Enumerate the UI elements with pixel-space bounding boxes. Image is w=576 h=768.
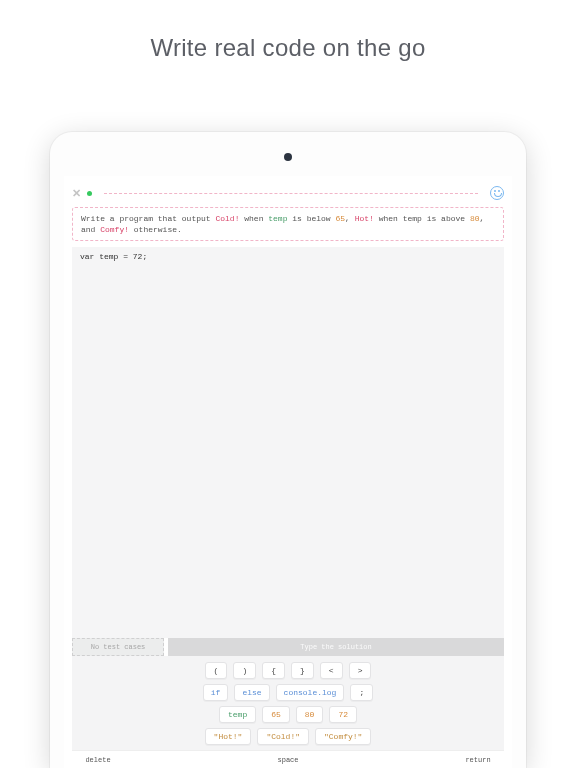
type-solution-button[interactable]: Type the solution [168, 638, 504, 656]
key-if[interactable]: if [203, 684, 229, 701]
key-65[interactable]: 65 [262, 706, 290, 723]
key-gt[interactable]: > [349, 662, 372, 679]
key-row-1: ( ) { } < > [72, 662, 504, 679]
prompt-text: when [239, 214, 268, 223]
key-row-3: temp 65 80 72 [72, 706, 504, 723]
smiley-icon [490, 186, 504, 200]
key-consolelog[interactable]: console.log [276, 684, 345, 701]
key-cold-string[interactable]: "Cold!" [257, 728, 309, 745]
key-80[interactable]: 80 [296, 706, 324, 723]
key-temp[interactable]: temp [219, 706, 256, 723]
key-semicolon[interactable]: ; [350, 684, 373, 701]
camera-dot [284, 153, 292, 161]
key-comfy-string[interactable]: "Comfy!" [315, 728, 371, 745]
key-lt[interactable]: < [320, 662, 343, 679]
prompt-comfy: Comfy! [100, 225, 129, 234]
device-bezel [50, 132, 526, 176]
prompt-65: 65 [335, 214, 345, 223]
prompt-cold: Cold! [215, 214, 239, 223]
key-hot-string[interactable]: "Hot!" [205, 728, 252, 745]
problem-prompt: Write a program that output Cold! when t… [72, 207, 504, 241]
prompt-text: when temp is above [374, 214, 470, 223]
prompt-text: Write a program that output [81, 214, 215, 223]
key-rparen[interactable]: ) [233, 662, 256, 679]
app-screen: ✕ Write a program that output Cold! when… [64, 176, 512, 768]
prompt-text: otherwise. [129, 225, 182, 234]
close-icon[interactable]: ✕ [72, 187, 81, 200]
prompt-text: is below [287, 214, 335, 223]
progress-line [104, 193, 478, 194]
key-lbrace[interactable]: { [262, 662, 285, 679]
token-keyboard: ( ) { } < > if else console.log ; temp 6… [72, 656, 504, 750]
prompt-temp: temp [268, 214, 287, 223]
no-tests-button[interactable]: No test cases [72, 638, 164, 656]
key-rbrace[interactable]: } [291, 662, 314, 679]
key-row-2: if else console.log ; [72, 684, 504, 701]
prompt-text: , [345, 214, 355, 223]
key-72[interactable]: 72 [329, 706, 357, 723]
progress-bar-row: ✕ [64, 182, 512, 204]
page-heading: Write real code on the go [0, 34, 576, 62]
toolbar-row: No test cases Type the solution [72, 638, 504, 656]
prompt-hot: Hot! [355, 214, 374, 223]
key-else[interactable]: else [234, 684, 269, 701]
delete-key[interactable]: delete [72, 751, 124, 768]
key-row-4: "Hot!" "Cold!" "Comfy!" [72, 728, 504, 745]
space-key[interactable]: space [126, 751, 450, 768]
return-key[interactable]: return [452, 751, 504, 768]
prompt-80: 80 [470, 214, 480, 223]
key-lparen[interactable]: ( [205, 662, 228, 679]
code-editor[interactable]: var temp = 72; [72, 247, 504, 638]
bottom-keyboard-row: delete space return [72, 750, 504, 768]
progress-dot [87, 191, 92, 196]
device-frame: ✕ Write a program that output Cold! when… [50, 132, 526, 768]
